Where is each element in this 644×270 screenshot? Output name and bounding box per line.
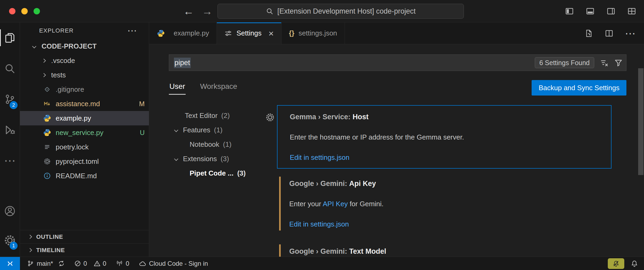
toggle-primary-sidebar-icon[interactable] xyxy=(565,6,574,16)
command-center-label: [Extension Development Host] code-projec… xyxy=(277,7,415,15)
markdown-file-icon xyxy=(43,100,51,108)
activity-source-control[interactable]: 2 xyxy=(0,84,20,114)
toc-features[interactable]: Features (1) xyxy=(169,123,277,137)
navigate-back-icon[interactable]: ← xyxy=(183,5,194,17)
clear-search-icon[interactable] xyxy=(600,58,609,67)
more-actions-icon[interactable]: ⋯ xyxy=(625,31,635,36)
folder-label: .vscode xyxy=(51,57,75,65)
toc-pipet-code[interactable]: Pipet Code ... (3) xyxy=(169,166,277,180)
setting-edit-gear-icon[interactable] xyxy=(265,113,275,122)
tab-settings-json[interactable]: {} settings.json xyxy=(282,22,345,44)
toc-notebook[interactable]: Notebook (1) xyxy=(169,137,277,152)
file-tree: CODE-PROJECT .vscode tests .gitignore xyxy=(20,39,149,230)
setting-description: Enter your API Key for Gemini. xyxy=(289,200,604,208)
settings-search-input[interactable]: pipet 6 Settings Found xyxy=(169,54,626,71)
tab-label: example.py xyxy=(174,29,209,37)
cloud-code-status[interactable]: Cloud Code - Sign in xyxy=(139,260,208,267)
status-bar: main* 0 0 0 Cloud Code - Sign in xyxy=(0,257,644,270)
setting-category: Google › Gemini: xyxy=(289,247,347,255)
toggle-secondary-sidebar-icon[interactable] xyxy=(606,6,616,16)
activity-bar: 2 ⋯ 1 xyxy=(0,22,20,257)
search-icon xyxy=(4,62,16,75)
toml-gear-icon xyxy=(43,157,51,166)
toc-count: (3) xyxy=(237,169,246,177)
tree-root[interactable]: CODE-PROJECT xyxy=(20,39,149,53)
minimize-window-button[interactable] xyxy=(21,8,28,14)
command-center[interactable]: [Extension Development Host] code-projec… xyxy=(218,4,464,19)
activity-explorer[interactable] xyxy=(0,22,20,53)
tree-file-poetry-lock[interactable]: poetry.lock xyxy=(20,140,149,154)
more-icon: ⋯ xyxy=(4,155,16,166)
warnings-count: 0 xyxy=(103,260,106,267)
python-file-icon xyxy=(43,114,51,122)
activity-more-views[interactable]: ⋯ xyxy=(0,145,20,176)
tree-file-example-py[interactable]: example.py xyxy=(20,111,149,125)
setting-gemma-service-host[interactable]: Gemma › Service: Host Enter the hostname… xyxy=(277,105,612,169)
toggle-panel-icon[interactable] xyxy=(585,6,595,16)
modified-indicator-bar xyxy=(279,244,281,257)
search-selected-text: pipet xyxy=(174,58,191,68)
toc-count: (2) xyxy=(221,112,230,120)
settings-badge: 1 xyxy=(10,242,18,250)
customize-layout-icon[interactable] xyxy=(627,6,637,16)
explorer-more-actions-icon[interactable]: ⋯ xyxy=(127,25,137,36)
activity-settings[interactable]: 1 xyxy=(0,226,20,255)
setting-google-gemini-text-model[interactable]: Google › Gemini: Text Model xyxy=(277,240,612,257)
setting-name: Host xyxy=(353,113,369,121)
do-not-disturb-toggle[interactable] xyxy=(608,258,624,269)
toc-extensions[interactable]: Extensions (3) xyxy=(169,152,277,166)
toc-count: (1) xyxy=(214,126,223,134)
filter-icon[interactable] xyxy=(614,58,623,67)
scope-tab-user[interactable]: User xyxy=(169,80,186,95)
sync-status[interactable] xyxy=(58,260,65,267)
settings-editor: pipet 6 Settings Found User Workspace Ba… xyxy=(149,44,644,257)
navigate-forward-icon[interactable]: → xyxy=(202,5,213,17)
timeline-section-header[interactable]: TIMELINE xyxy=(20,243,149,257)
tree-file-new-service-py[interactable]: new_service.py U xyxy=(20,125,149,140)
toc-text-editor[interactable]: Text Editor (2) xyxy=(169,108,277,123)
api-key-link[interactable]: API Key xyxy=(323,200,348,208)
scope-tab-workspace[interactable]: Workspace xyxy=(199,80,238,94)
activity-search[interactable] xyxy=(0,53,20,84)
setting-category: Gemma › Service: xyxy=(290,113,350,121)
python-file-icon xyxy=(43,128,51,137)
setting-name: Api Key xyxy=(349,180,376,188)
activity-run-debug[interactable] xyxy=(0,114,20,145)
tree-file-pyproject-toml[interactable]: pyproject.toml xyxy=(20,154,149,169)
lock-file-icon xyxy=(43,143,51,151)
ports-status[interactable]: 0 xyxy=(116,260,129,267)
tab-settings[interactable]: Settings × xyxy=(217,22,282,44)
tab-example-py[interactable]: example.py xyxy=(149,22,217,44)
setting-google-gemini-api-key[interactable]: Google › Gemini: Api Key Enter your API … xyxy=(277,172,612,235)
close-window-button[interactable] xyxy=(9,8,15,14)
backup-sync-settings-button[interactable]: Backup and Sync Settings xyxy=(532,80,626,96)
tree-folder-vscode[interactable]: .vscode xyxy=(20,53,149,68)
outline-label: OUTLINE xyxy=(36,233,63,240)
close-tab-icon[interactable]: × xyxy=(268,29,274,38)
tree-file-assistance-md[interactable]: assistance.md M xyxy=(20,97,149,111)
toc-label: Pipet Code ... xyxy=(190,169,234,177)
scrollbar[interactable] xyxy=(638,68,643,175)
file-label: pyproject.toml xyxy=(56,157,99,166)
maximize-window-button[interactable] xyxy=(34,8,40,14)
tree-file-gitignore[interactable]: .gitignore xyxy=(20,82,149,97)
account-icon xyxy=(4,205,16,217)
outline-section-header[interactable]: OUTLINE xyxy=(20,230,149,243)
tree-root-label: CODE-PROJECT xyxy=(42,42,97,50)
git-branch-status[interactable]: main* xyxy=(27,260,53,267)
tree-file-readme-md[interactable]: README.md xyxy=(20,169,149,183)
problems-status[interactable]: 0 0 xyxy=(74,260,106,267)
remote-indicator[interactable] xyxy=(0,257,20,270)
edit-in-settings-json-link[interactable]: Edit in settings.json xyxy=(289,220,604,228)
python-file-icon xyxy=(157,29,165,38)
setting-name: Text Model xyxy=(349,247,386,255)
bell-icon[interactable] xyxy=(631,260,638,267)
split-editor-icon[interactable] xyxy=(605,29,614,38)
activity-account[interactable] xyxy=(0,196,20,226)
git-file-icon xyxy=(43,85,51,94)
chevron-right-icon xyxy=(28,248,32,252)
edit-in-settings-json-link[interactable]: Edit in settings.json xyxy=(290,153,603,162)
tree-folder-tests[interactable]: tests xyxy=(20,68,149,82)
run-debug-icon xyxy=(4,124,16,136)
open-settings-json-icon[interactable] xyxy=(584,29,593,38)
